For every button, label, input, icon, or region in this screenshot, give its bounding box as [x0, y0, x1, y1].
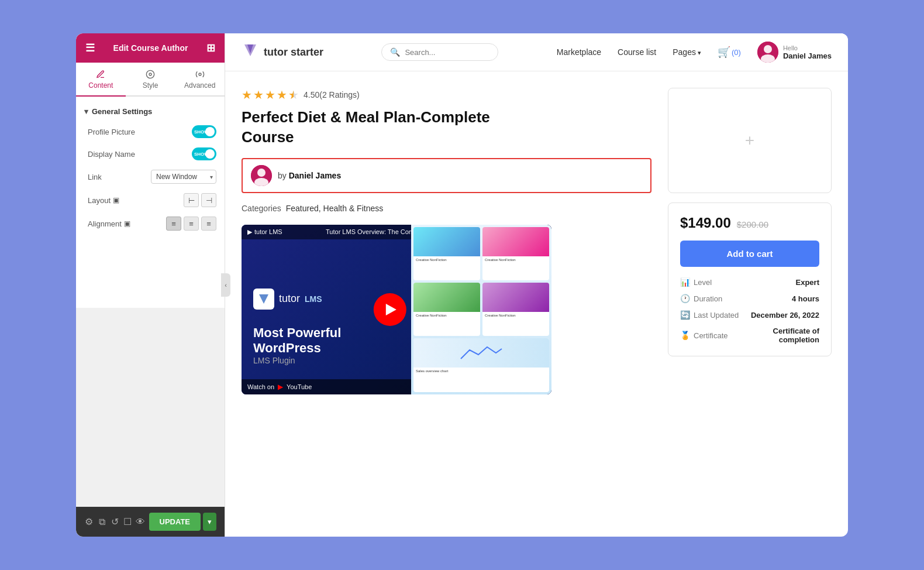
youtube-icon: ▶: [278, 383, 283, 391]
search-box: 🔍: [381, 43, 498, 61]
grid-card-img-3: [413, 283, 480, 312]
nav-links: Marketplace Course list Pages 🛒 (0): [557, 42, 832, 63]
sidebar-content: ▾ General Settings Profile Picture Displ…: [76, 97, 225, 308]
layers-icon[interactable]: ⧉: [97, 517, 106, 527]
layout-btn-right[interactable]: ⊣: [201, 193, 216, 207]
grid-card-img-1: [413, 227, 480, 256]
nav-link-pages[interactable]: Pages: [673, 47, 701, 57]
layout-label: Layout ▣: [88, 196, 119, 205]
user-info: Hello Daniel James: [783, 44, 832, 60]
sidebar-header: ☰ Edit Course Author ⊞: [76, 33, 225, 63]
video-container[interactable]: ▶ tutor LMS Tutor LMS Overview: The Comp…: [242, 225, 551, 394]
grid-card-1: Creative NonFiction: [413, 227, 480, 280]
grid-card-img-2: [482, 227, 549, 256]
level-icon: 📊: [680, 277, 690, 287]
nav-link-course-list[interactable]: Course list: [618, 47, 656, 57]
svg-point-2: [199, 73, 201, 75]
author-name: Daniel James: [289, 171, 342, 180]
general-settings-section[interactable]: ▾ General Settings: [76, 102, 225, 121]
nav-link-marketplace[interactable]: Marketplace: [557, 47, 601, 57]
display-name-label: Display Name: [88, 150, 135, 159]
watch-on-label: Watch on: [247, 383, 274, 390]
align-right-btn[interactable]: ≡: [201, 217, 216, 231]
course-purchase-box: $149.00 $200.00 Add to cart 📊 Level Expe…: [668, 202, 832, 356]
duration-value: 4 hours: [792, 294, 819, 303]
svg-point-1: [146, 70, 154, 78]
refresh-icon: 🔄: [680, 310, 690, 320]
preview-icon[interactable]: 👁: [136, 517, 145, 527]
search-input[interactable]: [405, 48, 489, 57]
main-content: tutor starter 🔍 Marketplace Course list …: [225, 33, 848, 537]
tab-advanced[interactable]: Advanced: [175, 63, 225, 95]
alignment-buttons: ≡ ≡ ≡: [166, 217, 216, 231]
plus-icon: +: [745, 131, 754, 150]
link-label: Link: [88, 173, 102, 181]
svg-point-7: [257, 169, 266, 177]
comment-icon[interactable]: ☐: [123, 516, 132, 527]
update-button[interactable]: UPDATE: [149, 513, 201, 531]
settings-icon[interactable]: ⚙: [84, 516, 94, 527]
meta-updated: 🔄 Last Updated December 26, 2022: [680, 310, 819, 320]
meta-duration: 🕐 Duration 4 hours: [680, 294, 819, 303]
youtube-brand: YouTube: [287, 383, 312, 390]
display-name-toggle[interactable]: [192, 147, 216, 160]
history-icon[interactable]: ↺: [110, 516, 119, 527]
certificate-label: 🏅 Certificate: [680, 331, 728, 340]
page-content: ★ ★ ★ ★ ★ ★ 4.50(2 Ratings): [225, 71, 848, 537]
author-text: by Daniel James: [278, 171, 341, 180]
play-triangle-icon: [386, 304, 397, 315]
alignment-setting: Alignment ▣ ≡ ≡ ≡: [76, 212, 225, 235]
sidebar-collapse-button[interactable]: ‹: [221, 273, 230, 297]
sidebar-title: Edit Course Author: [113, 43, 188, 53]
video-right-grid: Creative NonFiction Creative NonFiction …: [411, 225, 551, 394]
cart-icon[interactable]: 🛒: [718, 46, 730, 59]
section-title: General Settings: [92, 107, 152, 116]
meta-certificate: 🏅 Certificate Certificate of completion: [680, 327, 819, 344]
course-image-placeholder: +: [668, 88, 832, 193]
profile-picture-toggle[interactable]: [192, 125, 216, 138]
rating-text: 4.50(2 Ratings): [304, 90, 360, 99]
align-center-btn[interactable]: ≡: [184, 217, 199, 231]
layout-buttons: ⊢ ⊣: [184, 193, 216, 207]
tab-content[interactable]: Content: [76, 63, 126, 97]
tab-style[interactable]: Style: [126, 63, 175, 95]
add-to-cart-button[interactable]: Add to cart: [680, 241, 819, 267]
sidebar: ☰ Edit Course Author ⊞ Content Style: [76, 33, 225, 537]
updated-value: December 26, 2022: [751, 311, 819, 320]
profile-picture-label: Profile Picture: [88, 128, 135, 136]
course-meta: 📊 Level Expert 🕐 Duration 4 hours: [680, 277, 819, 344]
search-icon: 🔍: [390, 47, 400, 57]
sidebar-footer: ⚙ ⧉ ↺ ☐ 👁 UPDATE ▾: [76, 507, 225, 537]
link-select[interactable]: New Window Same Window: [151, 170, 216, 184]
certificate-value: Certificate of completion: [749, 327, 819, 344]
price-row: $149.00 $200.00: [680, 215, 819, 231]
author-box: by Daniel James: [242, 158, 651, 193]
tab-advanced-label: Advanced: [184, 81, 215, 90]
update-arrow-button[interactable]: ▾: [203, 513, 216, 531]
logo-icon: [242, 42, 259, 63]
avatar: [757, 42, 778, 63]
section-arrow-icon: ▾: [84, 107, 88, 116]
logo-text: tutor starter: [264, 46, 323, 59]
categories-row: Categories Featured, Health & Fitness: [242, 204, 651, 213]
ratings-row: ★ ★ ★ ★ ★ ★ 4.50(2 Ratings): [242, 88, 651, 102]
video-play-button[interactable]: [374, 293, 406, 326]
display-name-setting: Display Name: [76, 143, 225, 165]
updated-label: 🔄 Last Updated: [680, 310, 739, 320]
align-left-btn[interactable]: ≡: [166, 217, 181, 231]
hamburger-icon[interactable]: ☰: [85, 42, 95, 54]
star-4: ★: [277, 88, 287, 102]
link-setting: Link New Window Same Window: [76, 165, 225, 188]
certificate-icon: 🏅: [680, 331, 690, 340]
author-avatar: [251, 165, 272, 186]
grid-icon[interactable]: ⊞: [206, 42, 215, 54]
meta-level: 📊 Level Expert: [680, 277, 819, 287]
toggle-knob-2: [205, 149, 215, 159]
layout-btn-left[interactable]: ⊢: [184, 193, 199, 207]
alignment-label: Alignment ▣: [88, 219, 130, 228]
tab-style-label: Style: [143, 81, 158, 90]
categories-values[interactable]: Featured, Health & Fitness: [286, 204, 384, 213]
cart-area: 🛒 (0): [718, 46, 741, 59]
tutor-logo-overlay: tutor LMS: [253, 289, 322, 310]
star-1: ★: [242, 88, 252, 102]
